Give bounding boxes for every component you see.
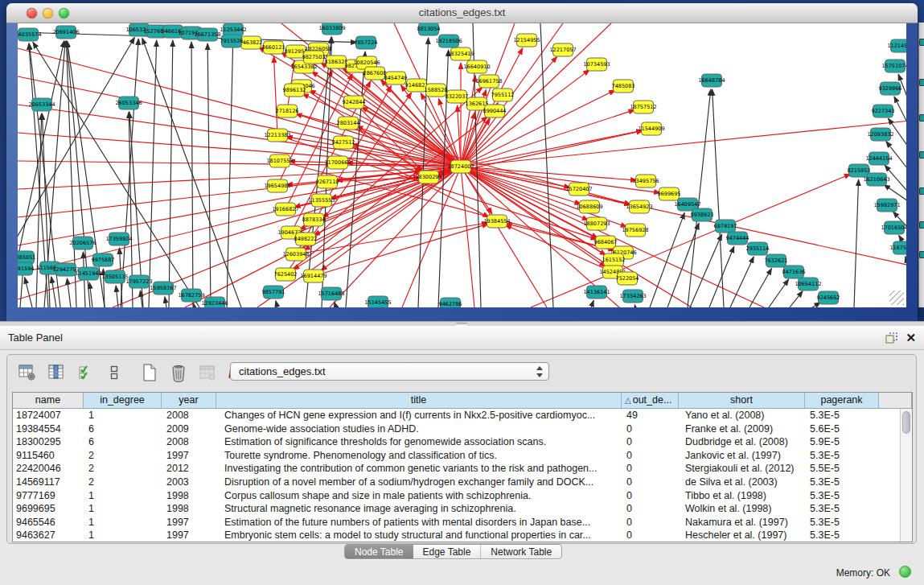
network-node[interactable]: 15751074 — [881, 60, 906, 72]
table-cell[interactable]: 1997 — [162, 449, 216, 463]
table-cell[interactable]: 1998 — [162, 502, 216, 516]
network-node[interactable]: 13495756 — [632, 175, 659, 187]
network-node[interactable]: 17334263 — [619, 290, 646, 303]
network-node[interactable]: 8990444 — [483, 105, 507, 117]
table-cell[interactable]: 19384554 — [13, 422, 84, 436]
network-node[interactable]: 24035574 — [18, 28, 42, 41]
network-node[interactable]: 16648784 — [698, 74, 725, 87]
network-node[interactable]: 2718126 — [276, 105, 299, 117]
table-row[interactable]: 2242004622012Investigating the contribut… — [13, 462, 900, 476]
network-node[interactable]: 11214529 — [887, 39, 906, 52]
table-cell[interactable]: Genome-wide association studies in ADHD. — [216, 422, 622, 436]
table-cell[interactable]: 1 — [84, 489, 162, 503]
network-node[interactable]: 8938923 — [691, 208, 714, 221]
table-cell[interactable]: 0 — [622, 435, 679, 449]
table-cell[interactable]: 0 — [622, 462, 679, 476]
table-cell[interactable]: 2 — [84, 462, 162, 476]
network-node[interactable]: 12154955 — [513, 34, 540, 47]
table-selector-dropdown[interactable]: citations_edges.txt — [230, 362, 549, 381]
network-node[interactable]: 18724007 — [447, 160, 474, 173]
table-cell[interactable]: Embryonic stem cells: a model to study s… — [216, 529, 622, 542]
network-node[interactable]: 9857791 — [262, 286, 285, 299]
network-node[interactable]: 13654923 — [626, 200, 652, 213]
table-cell[interactable]: Structural magnetic resonance image aver… — [216, 502, 622, 516]
table-cell[interactable]: Disruption of a novel member of a sodium… — [216, 476, 622, 489]
network-node[interactable]: 19218506 — [435, 35, 462, 47]
network-node[interactable]: 16640910 — [463, 60, 490, 73]
network-node[interactable]: 16914479 — [300, 270, 326, 282]
network-graph[interactable]: 1872400786601238912955182260581654338298… — [18, 23, 906, 307]
network-node[interactable]: 9242844 — [343, 96, 366, 109]
network-node[interactable]: 10688609 — [576, 200, 602, 213]
table-cell[interactable]: Franke et al. (2009) — [679, 422, 805, 436]
table-cell[interactable]: 18300295 — [13, 435, 84, 449]
table-cell[interactable]: 5.3E-5 — [805, 489, 879, 503]
table-cell[interactable]: 0 — [622, 529, 679, 542]
network-node[interactable]: 14136141 — [583, 286, 610, 299]
tab-edge-table[interactable]: Edge Table — [413, 545, 481, 558]
network-node[interactable]: 9827503 — [302, 51, 326, 64]
network-node[interactable]: 12217057 — [549, 43, 576, 56]
network-node[interactable]: 18807293 — [583, 217, 610, 230]
table-row[interactable]: 1456911722003Disruption of a novel membe… — [13, 476, 900, 489]
table-cell[interactable]: 9115460 — [13, 449, 84, 463]
network-node[interactable]: 9684067 — [594, 236, 618, 249]
network-node[interactable]: 8878334 — [302, 213, 326, 226]
table-row[interactable]: 1938455462009Genome-wide association stu… — [13, 422, 900, 436]
network-node[interactable]: 9975887 — [92, 253, 115, 266]
table-cell[interactable]: 1 — [84, 529, 162, 542]
network-canvas[interactable]: 1872400786601238912955182260581654338298… — [18, 23, 906, 307]
table-row[interactable]: 946362711997Embryonic stem cells: a mode… — [13, 529, 900, 542]
network-node[interactable]: 9267110 — [316, 175, 339, 188]
zoom-window-button[interactable] — [59, 8, 69, 19]
network-node[interactable]: 16961758 — [475, 75, 502, 88]
table-cell[interactable]: 2009 — [162, 422, 216, 436]
import-table-icon[interactable] — [197, 362, 218, 383]
table-cell[interactable]: 0 — [622, 516, 679, 529]
select-attributes-icon[interactable] — [75, 362, 96, 383]
table-cell[interactable]: Corpus callosum shape and size in male p… — [216, 489, 622, 503]
network-node[interactable]: 9896132 — [283, 84, 306, 97]
table-cell[interactable]: 5.3E-5 — [805, 516, 879, 529]
float-panel-icon[interactable] — [885, 332, 898, 344]
network-node[interactable]: 9245652 — [817, 291, 840, 304]
table-cell[interactable]: 0 — [622, 422, 679, 436]
network-node[interactable]: 13505135 — [101, 270, 128, 283]
network-node[interactable]: 20691406 — [52, 26, 79, 39]
table-cell[interactable]: Tibbo et al. (1998) — [679, 489, 805, 503]
network-node[interactable]: 10734593 — [583, 58, 610, 71]
table-cell[interactable]: 2 — [84, 449, 162, 463]
network-node[interactable]: 9474444 — [726, 232, 749, 245]
table-cell[interactable]: 0 — [622, 489, 679, 503]
network-node[interactable]: 7632621 — [765, 254, 788, 267]
table-cell[interactable]: Hescheler et al. (1997) — [679, 529, 805, 542]
network-node[interactable]: 15145455 — [364, 296, 391, 307]
delete-column-icon[interactable] — [168, 362, 189, 383]
network-node[interactable]: 15720407 — [565, 183, 592, 196]
column-header-name[interactable]: name — [13, 393, 84, 408]
close-panel-icon[interactable]: ✕ — [906, 330, 916, 346]
network-node[interactable]: 17359924 — [105, 233, 132, 245]
table-row[interactable]: 977716911998Corpus callosum shape and si… — [13, 489, 900, 503]
table-cell[interactable]: Yano et al. (2008) — [679, 409, 805, 422]
network-node[interactable]: 8454749 — [384, 72, 408, 84]
table-cell[interactable]: 6 — [84, 435, 162, 449]
network-node[interactable]: 11544909 — [638, 122, 664, 135]
table-row[interactable]: 1872400712008Changes of HCN gene express… — [13, 409, 900, 422]
table-cell[interactable]: 6 — [84, 422, 162, 436]
tab-network-table[interactable]: Network Table — [480, 545, 561, 558]
network-node[interactable]: 2935114 — [746, 242, 770, 255]
table-cell[interactable]: 0 — [622, 476, 679, 489]
table-cell[interactable]: 1998 — [162, 489, 216, 503]
network-node[interactable]: 9227343 — [872, 105, 895, 117]
table-cell[interactable]: 5.3E-5 — [805, 502, 879, 516]
column-header-short[interactable]: short — [679, 393, 805, 408]
table-cell[interactable]: 0 — [622, 449, 679, 463]
network-node[interactable]: 7857224 — [355, 36, 378, 49]
network-node[interactable]: 11451944 — [75, 267, 101, 280]
table-cell[interactable]: 5.3E-5 — [805, 529, 879, 542]
table-cell[interactable]: Tourette syndrome. Phenomenology and cla… — [216, 449, 622, 463]
network-node[interactable]: 12213383 — [264, 129, 290, 142]
table-cell[interactable]: 1997 — [162, 516, 216, 529]
column-header-pagerank[interactable]: pagerank — [805, 393, 879, 408]
